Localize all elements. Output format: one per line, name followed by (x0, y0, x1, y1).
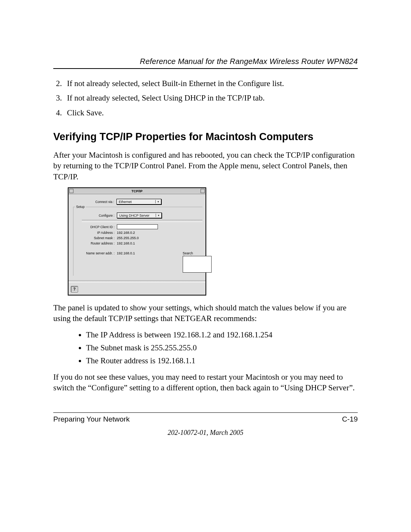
document-page: Reference Manual for the RangeMax Wirele… (0, 0, 411, 532)
window-collapse-box[interactable] (201, 189, 205, 193)
numbered-steps: If not already selected, select Built-in… (53, 78, 358, 118)
ip-address-value: 192.168.0.2 (117, 231, 135, 235)
page-footer: Preparing Your Network C-19 202-10072-01… (53, 412, 358, 437)
list-item: The IP Address is between 192.168.1.2 an… (86, 329, 358, 340)
header-title: Reference Manual for the RangeMax Wirele… (140, 57, 358, 66)
intro-paragraph: After your Macintosh is configured and h… (53, 150, 358, 182)
configure-dropdown[interactable]: Using DHCP Server ▾ (117, 212, 162, 218)
list-item: The Router address is 192.168.1.1 (86, 355, 358, 366)
help-button[interactable]: ? (71, 286, 78, 292)
step-item: Click Save. (64, 107, 358, 118)
tcpip-window: TCP/IP Connect via : Ethernet ▾ Setup Co… (68, 187, 206, 296)
section-heading: Verifying TCP/IP Properties for Macintos… (53, 131, 358, 143)
dropdown-arrows-icon: ▾ (155, 200, 160, 203)
dns-block: Search domains : Name server addr. : 192… (82, 251, 202, 273)
list-item: The Subnet mask is 255.255.255.0 (86, 342, 358, 353)
tcpip-titlebar: TCP/IP (68, 188, 206, 194)
ip-address-label: IP Address : (82, 231, 117, 235)
window-title: TCP/IP (130, 189, 144, 193)
subnet-mask-label: Subnet mask : (82, 236, 117, 240)
connect-via-dropdown[interactable]: Ethernet ▾ (116, 199, 161, 204)
connect-via-value: Ethernet (119, 200, 132, 204)
footer-doc-id: 202-10072-01, March 2005 (53, 429, 358, 437)
connect-via-label: Connect via : (81, 200, 116, 204)
configure-label: Configure : (82, 214, 117, 217)
tcpip-body: Connect via : Ethernet ▾ Setup Configure… (68, 194, 206, 280)
after-panel-paragraph: The panel is updated to show your settin… (53, 302, 358, 324)
step-item: If not already selected, Select Using DH… (64, 93, 358, 103)
divider (68, 280, 206, 283)
help-icon: ? (73, 287, 75, 291)
router-address-label: Router address : (82, 241, 117, 245)
window-close-box[interactable] (69, 189, 73, 193)
titlebar-stripes: TCP/IP (75, 189, 199, 193)
recommended-values-list: The IP Address is between 192.168.1.2 an… (53, 329, 358, 366)
search-domains-input[interactable] (183, 256, 212, 273)
closing-paragraph: If you do not see these values, you may … (53, 372, 358, 393)
divider (82, 220, 202, 222)
subnet-mask-value: 255.255.255.0 (117, 236, 139, 240)
name-server-label: Name server addr. : (82, 251, 117, 255)
configure-value: Using DHCP Server (119, 214, 150, 217)
tcpip-footer: ? (68, 285, 206, 295)
setup-fieldset: Setup Configure : Using DHCP Server ▾ DH… (73, 207, 202, 276)
dhcp-client-id-input[interactable] (117, 224, 158, 229)
page-header: Reference Manual for the RangeMax Wirele… (53, 57, 358, 69)
step-item: If not already selected, select Built-in… (64, 78, 358, 89)
dhcp-client-id-label: DHCP Client ID : (82, 225, 117, 229)
name-server-value: 192.168.0.1 (117, 251, 135, 255)
router-address-value: 192.168.0.1 (117, 241, 135, 245)
setup-legend: Setup (75, 205, 86, 209)
footer-left: Preparing Your Network (53, 415, 130, 423)
dropdown-arrows-icon: ▾ (156, 214, 160, 217)
footer-page-number: C-19 (342, 415, 358, 423)
